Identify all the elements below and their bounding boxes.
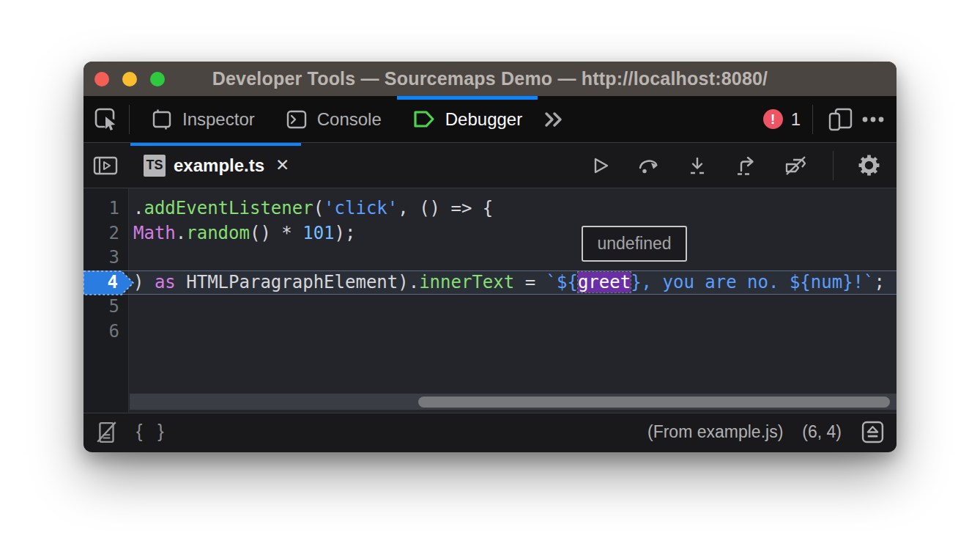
source-tab-example-ts[interactable]: TS example.ts ✕ — [130, 143, 301, 188]
resume-button[interactable] — [589, 155, 611, 177]
traffic-lights — [94, 62, 165, 96]
tab-debugger[interactable]: Debugger — [397, 96, 538, 142]
pick-element-button[interactable] — [89, 96, 123, 142]
line-number[interactable]: 6 — [83, 320, 129, 345]
step-over-icon — [636, 155, 660, 177]
error-counter[interactable]: ! 1 — [763, 109, 801, 130]
devtools-menu-button[interactable] — [857, 96, 889, 142]
eject-icon — [861, 420, 885, 444]
code-line[interactable]: 6 — [83, 320, 897, 345]
tab-label: Debugger — [445, 109, 522, 130]
deactivate-breakpoints-icon — [784, 155, 809, 177]
debugger-icon — [412, 108, 436, 130]
code-text[interactable]: .addEventListener('click', () => { — [129, 196, 493, 221]
code-text[interactable] — [129, 295, 133, 320]
line-number[interactable]: 2 — [83, 221, 129, 246]
ignore-source-button[interactable] — [95, 421, 119, 444]
mapped-source-note: (From example.js) — [647, 422, 783, 442]
gear-icon — [858, 154, 880, 177]
responsive-design-mode-button[interactable] — [825, 96, 857, 142]
close-window-button[interactable] — [94, 72, 109, 86]
close-source-tab-button[interactable]: ✕ — [272, 155, 289, 175]
window-title: Developer Tools — Sourcemaps Demo — http… — [212, 68, 768, 89]
toolbar-separator — [812, 105, 813, 134]
more-tabs-button[interactable] — [538, 96, 571, 142]
chevron-double-right-icon — [543, 108, 565, 130]
code-editor[interactable]: 1.addEventListener('click', () => {2Math… — [83, 188, 897, 413]
zoom-window-button[interactable] — [150, 72, 165, 86]
code-editor-lines: 1.addEventListener('click', () => {2Math… — [83, 196, 897, 344]
error-count: 1 — [791, 109, 801, 130]
tab-console[interactable]: Console — [270, 96, 397, 142]
code-line[interactable]: 2Math.random() * 101); — [83, 221, 897, 246]
code-text[interactable] — [129, 320, 133, 345]
sources-panel-icon — [92, 155, 119, 177]
active-tab-indicator — [397, 96, 538, 100]
paused-line-marker[interactable]: 4 — [83, 270, 129, 295]
line-number[interactable]: 3 — [83, 246, 129, 270]
source-tab-label: example.ts — [174, 155, 264, 176]
meatball-menu-icon — [861, 108, 886, 130]
step-in-button[interactable] — [686, 155, 709, 177]
inspector-icon — [151, 108, 173, 130]
toggle-sources-panel-button[interactable] — [91, 143, 120, 188]
horizontal-scrollbar-thumb[interactable] — [418, 397, 890, 408]
toolbar-separator — [129, 105, 130, 134]
editor-status-bar: { } (From example.js) (6, 4) — [83, 413, 897, 451]
error-badge-icon: ! — [763, 109, 783, 129]
pick-element-icon — [94, 107, 119, 132]
titlebar: Developer Tools — Sourcemaps Demo — http… — [83, 62, 897, 96]
cursor-position: (6, 4) — [802, 422, 842, 442]
debugger-controls — [589, 143, 897, 188]
step-out-button[interactable] — [735, 155, 758, 177]
tab-label: Inspector — [182, 109, 255, 130]
line-number[interactable]: 1 — [83, 196, 129, 221]
devtools-toolbar: Inspector Console Debugger — [83, 96, 897, 143]
active-source-tab-indicator — [130, 143, 301, 146]
source-tab-row: TS example.ts ✕ — [83, 143, 897, 188]
ignore-source-icon — [95, 421, 119, 444]
jump-to-original-button[interactable] — [861, 420, 885, 444]
step-in-icon — [686, 155, 709, 177]
code-line[interactable]: 1.addEventListener('click', () => { — [83, 196, 897, 221]
controls-separator — [833, 151, 834, 180]
horizontal-scrollbar-track[interactable] — [130, 394, 897, 410]
debugger-settings-button[interactable] — [858, 154, 880, 177]
code-line-paused[interactable]: 4) as HTMLParagraphElement).innerText = … — [83, 270, 897, 295]
minimize-window-button[interactable] — [122, 72, 137, 86]
resume-icon — [589, 155, 611, 177]
pretty-print-button[interactable]: { } — [136, 421, 169, 444]
typescript-file-icon: TS — [144, 155, 166, 177]
devtools-window: Developer Tools — Sourcemaps Demo — http… — [83, 62, 897, 452]
deactivate-breakpoints-button[interactable] — [784, 155, 809, 177]
line-number[interactable]: 5 — [83, 295, 129, 320]
code-text[interactable] — [129, 246, 133, 270]
step-out-icon — [735, 155, 758, 177]
variable-preview-tooltip: undefined — [582, 226, 687, 262]
code-text[interactable]: ) as HTMLParagraphElement).innerText = `… — [129, 270, 885, 295]
code-line[interactable]: 3 — [83, 246, 897, 270]
tab-inspector[interactable]: Inspector — [136, 96, 270, 142]
console-icon — [286, 108, 308, 130]
responsive-design-icon — [828, 107, 854, 132]
code-text[interactable]: Math.random() * 101); — [129, 221, 355, 246]
code-line[interactable]: 5 — [83, 295, 897, 320]
step-over-button[interactable] — [636, 155, 660, 177]
tab-label: Console — [317, 109, 382, 130]
